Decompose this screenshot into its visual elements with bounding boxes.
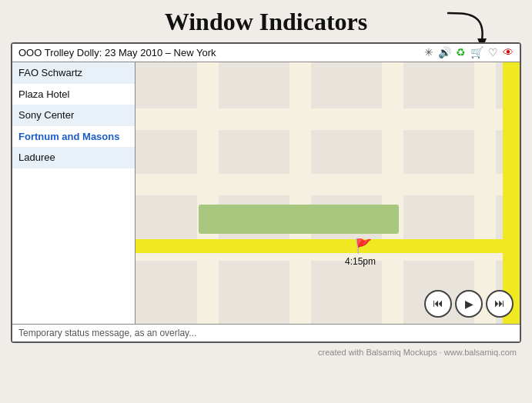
title-bar-icons: ✳ 🔊 ♻ 🛒 ♡ 👁 <box>424 46 514 59</box>
play-button[interactable]: ▶ <box>455 290 483 318</box>
street-v3 <box>382 62 403 324</box>
title-bar: OOO Trolley Dolly: 23 May 2010 – New Yor… <box>12 44 520 62</box>
fastforward-button[interactable]: ⏭ <box>486 290 514 318</box>
status-bar: Temporary status message, as an overlay.… <box>12 324 520 341</box>
footer-text: created with Balsamiq Mockups · www.bals… <box>318 348 517 357</box>
street-v1 <box>197 62 219 324</box>
street-h2 <box>136 174 520 195</box>
heart-icon[interactable]: ♡ <box>488 46 498 59</box>
title-bar-text: OOO Trolley Dolly: 23 May 2010 – New Yor… <box>18 47 216 58</box>
yellow-street-v <box>503 62 520 324</box>
sidebar-item-fao[interactable]: FAO Schwartz <box>12 62 135 84</box>
volume-icon[interactable]: 🔊 <box>438 46 451 59</box>
rewind-button[interactable]: ⏮ <box>424 290 452 318</box>
street-v4 <box>474 62 496 324</box>
sidebar-item-plaza[interactable]: Plaza Hotel <box>12 84 135 105</box>
sidebar-item-sony[interactable]: Sony Center <box>12 105 135 126</box>
footer: created with Balsamiq Mockups · www.bals… <box>0 343 532 357</box>
yellow-street-h <box>136 239 520 253</box>
main-window: OOO Trolley Dolly: 23 May 2010 – New Yor… <box>11 42 521 343</box>
status-message: Temporary status message, as an overlay.… <box>18 328 196 338</box>
sidebar-item-fortnum[interactable]: Fortnum and Masons <box>12 126 135 148</box>
sidebar: FAO Schwartz Plaza Hotel Sony Center For… <box>12 62 136 324</box>
map-time-label: 4:15pm <box>345 256 376 267</box>
map-area[interactable]: 🚩 4:15pm ⏮ ▶ ⏭ <box>136 62 520 324</box>
page-title: Window Indicators <box>165 8 367 35</box>
eye-icon[interactable]: 👁 <box>503 47 514 59</box>
street-v2 <box>289 62 311 324</box>
playback-controls: ⏮ ▶ ⏭ <box>424 290 514 318</box>
sidebar-item-laduree[interactable]: Laduree <box>12 147 135 168</box>
street-h1 <box>136 108 520 130</box>
content-area: FAO Schwartz Plaza Hotel Sony Center For… <box>12 62 520 324</box>
map-park <box>199 205 399 234</box>
map-flag: 🚩 <box>355 238 372 255</box>
brightness-icon[interactable]: ✳ <box>424 46 433 59</box>
refresh-icon[interactable]: ♻ <box>456 46 466 59</box>
title-area: Window Indicators <box>0 0 532 42</box>
cart-icon[interactable]: 🛒 <box>470 46 483 59</box>
